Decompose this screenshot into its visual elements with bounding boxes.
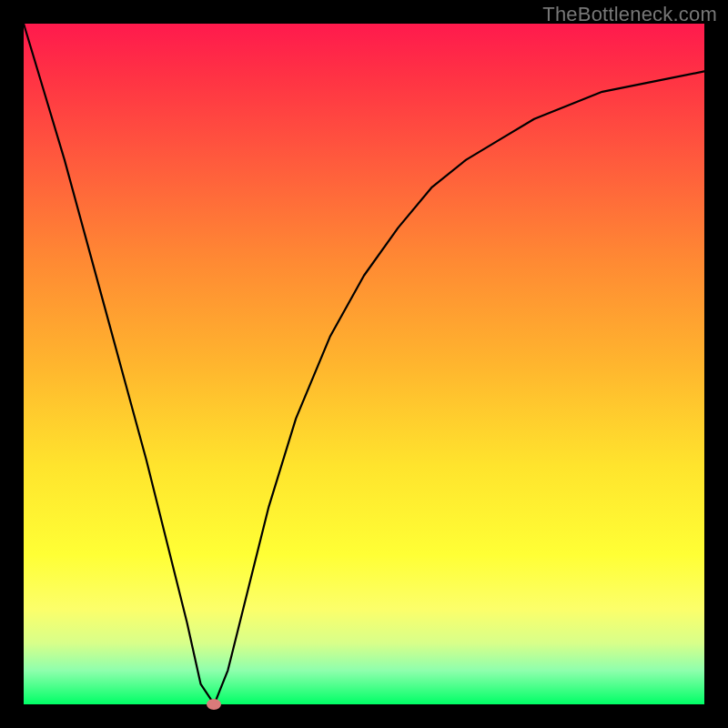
- plot-area: [24, 24, 704, 704]
- curve-path: [24, 24, 704, 704]
- minimum-marker: [207, 699, 221, 710]
- bottleneck-curve: [24, 24, 704, 704]
- chart-stage: TheBottleneck.com: [0, 0, 728, 728]
- watermark-text: TheBottleneck.com: [542, 3, 717, 26]
